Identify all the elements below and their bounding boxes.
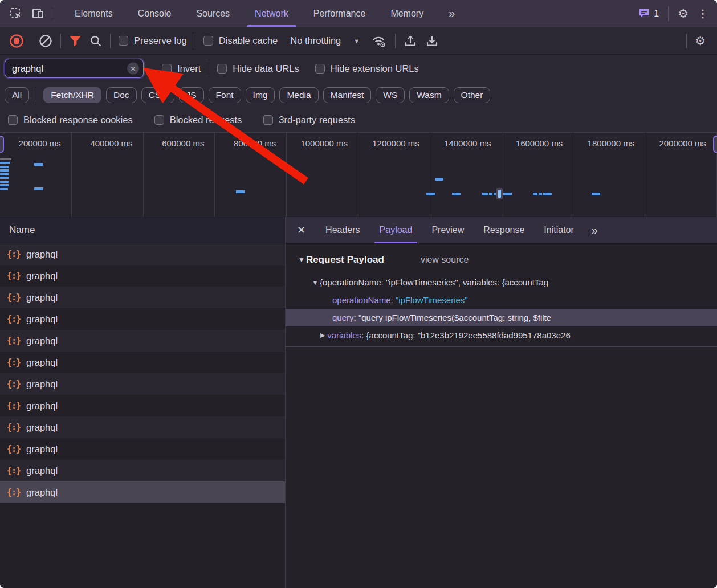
- tab-elements[interactable]: Elements: [62, 0, 125, 27]
- hide-data-urls-checkbox[interactable]: [217, 64, 227, 74]
- payload-segment: {operationName: "ipFlowTimeseries", vari…: [320, 277, 548, 287]
- clear-network-log-button[interactable]: [39, 34, 52, 48]
- blocked-requests-checkbox[interactable]: [154, 115, 164, 125]
- tree-caret-icon[interactable]: ▶: [318, 332, 327, 339]
- request-row[interactable]: {:}graphql: [0, 395, 285, 416]
- request-name: graphql: [26, 379, 58, 390]
- collapse-caret-icon[interactable]: ▼: [298, 256, 305, 264]
- import-har-icon[interactable]: [404, 34, 417, 48]
- view-source-link[interactable]: view source: [421, 255, 469, 265]
- request-row[interactable]: {:}graphql: [0, 438, 285, 460]
- payload-tree-row[interactable]: ▶variables: {accountTag: "b12e3b2192ee55…: [286, 326, 717, 344]
- timeline-tick-label: 2000000 ms: [645, 133, 717, 217]
- blocked-response-cookies-toggle[interactable]: Blocked response cookies: [8, 115, 133, 125]
- search-icon[interactable]: [89, 35, 102, 47]
- request-name: graphql: [26, 401, 58, 411]
- filter-chip-css[interactable]: CSS: [141, 87, 174, 103]
- hide-extension-urls-toggle[interactable]: Hide extension URLs: [315, 63, 419, 74]
- record-network-log-button[interactable]: [9, 34, 24, 48]
- filter-chip-doc[interactable]: Doc: [106, 87, 137, 103]
- payload-tree-row[interactable]: ▼{operationName: "ipFlowTimeseries", var…: [286, 273, 717, 291]
- timeline-request-bar: [0, 181, 9, 183]
- close-details-icon[interactable]: ✕: [286, 217, 316, 243]
- fetch-xhr-icon: {:}: [7, 379, 21, 389]
- toggle-device-toolbar-icon[interactable]: [31, 7, 46, 21]
- invert-checkbox[interactable]: [162, 64, 172, 74]
- tab-performance[interactable]: Performance: [301, 0, 378, 27]
- overview-right-handle[interactable]: [713, 136, 717, 153]
- request-name: graphql: [26, 357, 58, 368]
- filter-chip-font[interactable]: Font: [209, 87, 241, 103]
- request-row[interactable]: {:}graphql: [0, 373, 285, 395]
- filter-chip-manifest[interactable]: Manifest: [323, 87, 372, 103]
- network-settings-gear-icon[interactable]: ⚙: [695, 35, 706, 47]
- details-tab-initiator[interactable]: Initiator: [534, 217, 583, 243]
- third-party-requests-checkbox[interactable]: [263, 115, 273, 125]
- name-column-header[interactable]: Name: [0, 217, 285, 243]
- details-tab-payload[interactable]: Payload: [370, 217, 422, 243]
- request-row[interactable]: {:}graphql: [0, 460, 285, 481]
- clear-filter-icon[interactable]: ✕: [127, 63, 139, 75]
- details-tab-preview[interactable]: Preview: [422, 217, 474, 243]
- filter-chip-all[interactable]: All: [5, 87, 29, 103]
- blocked-response-cookies-checkbox[interactable]: [8, 115, 18, 125]
- details-tab-headers[interactable]: Headers: [316, 217, 369, 243]
- tab-sources[interactable]: Sources: [184, 0, 242, 27]
- invert-toggle[interactable]: Invert: [162, 63, 201, 74]
- filter-chip-wasm[interactable]: Wasm: [409, 87, 449, 103]
- filter-chip-fetch-xhr[interactable]: Fetch/XHR: [43, 87, 101, 103]
- tab-memory[interactable]: Memory: [378, 0, 436, 27]
- payload-tree-row[interactable]: operationName: "ipFlowTimeseries": [286, 291, 717, 309]
- filter-chip-media[interactable]: Media: [279, 87, 318, 103]
- filter-chip-ws[interactable]: WS: [376, 87, 405, 103]
- third-party-requests-toggle[interactable]: 3rd-party requests: [263, 115, 355, 125]
- tree-caret-icon[interactable]: ▼: [311, 279, 320, 286]
- overview-left-handle[interactable]: [0, 136, 4, 153]
- filter-chip-img[interactable]: Img: [246, 87, 275, 103]
- kebab-menu-icon[interactable]: ⋮: [698, 9, 708, 19]
- preserve-log-checkbox[interactable]: [119, 36, 128, 46]
- inspect-element-icon[interactable]: [9, 7, 23, 21]
- request-row[interactable]: {:}graphql: [0, 265, 285, 287]
- request-row[interactable]: {:}graphql: [0, 287, 285, 308]
- payload-tree-row[interactable]: query: "query ipFlowTimeseries($accountT…: [286, 309, 717, 326]
- devtools-window: ElementsConsoleSourcesNetworkPerformance…: [0, 0, 717, 588]
- invert-label: Invert: [177, 63, 201, 74]
- more-details-tabs-icon[interactable]: »: [584, 217, 605, 243]
- timeline-request-bar: [426, 193, 435, 195]
- preserve-log-toggle[interactable]: Preserve log: [119, 35, 187, 46]
- disable-cache-toggle[interactable]: Disable cache: [203, 35, 278, 46]
- throttling-dropdown[interactable]: No throttling ▼: [290, 35, 360, 46]
- request-name: graphql: [26, 336, 58, 346]
- request-row[interactable]: {:}graphql: [0, 481, 285, 503]
- export-har-icon[interactable]: [425, 34, 439, 48]
- payload-segment: "b12e3b2192ee5588fdad995178a03e26: [418, 330, 571, 340]
- payload-segment: : {accountTag:: [361, 330, 417, 340]
- filter-icon[interactable]: [69, 35, 82, 47]
- network-overview-timeline[interactable]: 200000 ms400000 ms600000 ms800000 ms1000…: [0, 133, 717, 217]
- timeline-request-bar: [0, 173, 9, 175]
- more-tabs-icon[interactable]: »: [436, 0, 466, 27]
- request-row[interactable]: {:}graphql: [0, 308, 285, 330]
- request-row[interactable]: {:}graphql: [0, 352, 285, 373]
- hide-extension-urls-checkbox[interactable]: [315, 64, 325, 74]
- filter-input[interactable]: [12, 63, 124, 74]
- network-conditions-icon[interactable]: [371, 34, 387, 48]
- tab-console[interactable]: Console: [125, 0, 184, 27]
- disable-cache-label: Disable cache: [219, 35, 278, 46]
- hide-data-urls-toggle[interactable]: Hide data URLs: [217, 63, 299, 74]
- filter-chip-other[interactable]: Other: [454, 87, 491, 103]
- request-row[interactable]: {:}graphql: [0, 243, 285, 265]
- settings-gear-icon[interactable]: ⚙: [678, 7, 689, 19]
- request-row[interactable]: {:}graphql: [0, 330, 285, 352]
- tab-network[interactable]: Network: [242, 0, 301, 27]
- network-toolbar: Preserve log Disable cache No throttling…: [0, 27, 717, 55]
- blocked-requests-toggle[interactable]: Blocked requests: [154, 115, 242, 125]
- filter-chip-js[interactable]: JS: [179, 87, 204, 103]
- issues-counter[interactable]: 1: [638, 8, 659, 19]
- request-row[interactable]: {:}graphql: [0, 416, 285, 438]
- fetch-xhr-icon: {:}: [7, 271, 21, 281]
- details-tab-response[interactable]: Response: [474, 217, 534, 243]
- disable-cache-checkbox[interactable]: [203, 36, 213, 46]
- request-payload-section-header[interactable]: ▼ Request Payload view source: [286, 244, 717, 269]
